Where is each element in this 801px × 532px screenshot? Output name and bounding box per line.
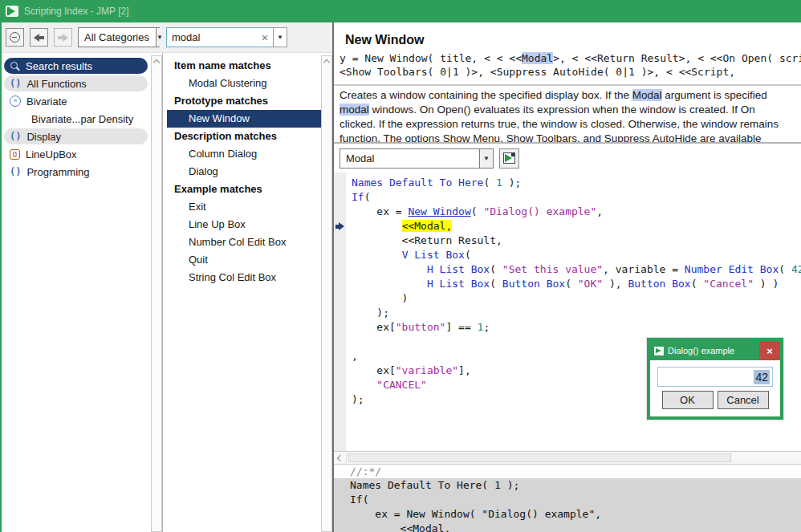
text-line: function. The options Show Menu, Show To… xyxy=(340,132,801,142)
match-item-quit[interactable]: Quit xyxy=(167,251,321,269)
match-item-modal-clustering[interactable]: Modal Clustering xyxy=(167,75,321,92)
code-line: <<Modal, xyxy=(350,522,801,532)
code-token: ); xyxy=(352,393,364,405)
selected-code-block: Names Default To Here( 1 );If( ex = New … xyxy=(334,478,801,532)
example-code-area: Names Default To Here( 1 );If( ex = New … xyxy=(334,173,801,451)
collapse-button[interactable] xyxy=(6,28,24,47)
run-script-icon xyxy=(503,152,515,164)
search-history-dropdown-icon[interactable]: ▼ xyxy=(274,27,287,47)
category-sidebar: Search results()All Functions«BivariateB… xyxy=(2,53,162,532)
clear-search-icon[interactable]: × xyxy=(257,30,273,44)
example-dialog-titlebar[interactable]: Dialog() example × xyxy=(650,341,780,360)
scroll-left-button[interactable] xyxy=(334,452,347,464)
example-toolbar: Modal ▼ xyxy=(334,144,801,173)
search-box: × ▼ xyxy=(166,27,287,47)
chevron-down-icon[interactable]: ▼ xyxy=(479,149,493,168)
code-token: "button" xyxy=(396,321,446,333)
sidebar-item-display[interactable]: ()Display xyxy=(2,128,151,145)
match-item-exit[interactable]: Exit xyxy=(167,198,321,216)
code-token: ), xyxy=(603,278,628,290)
prototype-text: y = New Window( title, < < <<Modal>, < <… xyxy=(334,51,801,79)
script-source-panel[interactable]: //:*/ Names Default To Here( 1 );If( ex … xyxy=(334,465,801,532)
search-field: × xyxy=(166,27,274,47)
lineupbox-icon: () xyxy=(10,149,20,160)
match-item-new-window[interactable]: New Window xyxy=(167,110,321,128)
code-token: ); xyxy=(502,177,521,189)
jmp-app-icon xyxy=(654,347,664,355)
code-token: , xyxy=(352,350,358,362)
sidebar-item-search-results[interactable]: Search results xyxy=(2,57,151,75)
window-body: All Categories ▼ × ▼ Search results()All… xyxy=(0,22,801,532)
sidebar-item-lineupbox[interactable]: ()LineUpBox xyxy=(2,145,151,163)
number-edit-value: 42 xyxy=(754,370,770,384)
match-item-number-col-edit-box[interactable]: Number Col Edit Box xyxy=(167,234,321,251)
sidebar-item-label: Search results xyxy=(26,60,92,72)
match-item-line-up-box[interactable]: Line Up Box xyxy=(167,216,321,234)
scroll-up-icon xyxy=(153,59,160,66)
search-input[interactable] xyxy=(167,31,257,43)
code-line: If( xyxy=(352,190,801,205)
example-dropdown[interactable]: Modal ▼ xyxy=(340,148,494,169)
sidebar-item-programming[interactable]: ()Programming xyxy=(2,163,151,181)
code-token: "Dialog() example" xyxy=(483,205,596,217)
match-group-header: Item name matches xyxy=(167,57,321,75)
code-line: H List Box( Button Box( "OK" ), Button B… xyxy=(352,277,801,291)
code-token: ex[ xyxy=(352,321,396,333)
code-token: "variable" xyxy=(396,364,458,376)
code-token xyxy=(352,220,402,232)
chevron-down-icon[interactable]: ▼ xyxy=(156,28,163,47)
back-button[interactable] xyxy=(30,28,48,47)
sidebar-item-all-functions[interactable]: ()All Functions xyxy=(2,75,151,92)
circle-minus-icon xyxy=(10,32,20,43)
code-line: ex = New Window( "Dialog() example", xyxy=(350,507,801,522)
parentheses-icon: () xyxy=(10,131,21,142)
code-token: H List Box xyxy=(427,263,490,275)
title-bar[interactable]: Scripting Index - JMP [2] xyxy=(0,0,801,22)
code-line: If( xyxy=(350,493,801,507)
code-token: ] == xyxy=(445,321,477,333)
close-icon[interactable]: × xyxy=(759,341,780,360)
code-line: ) xyxy=(352,291,801,306)
code-line: <<Modal, xyxy=(352,219,801,234)
detail-panel: New Window y = New Window( title, < < <<… xyxy=(334,22,801,532)
search-icon xyxy=(10,61,20,71)
sidebar-item-bivariate[interactable]: «Bivariate xyxy=(2,92,151,110)
example-dropdown-value: Modal xyxy=(340,149,479,168)
code-token: ( xyxy=(471,205,484,217)
run-script-button[interactable] xyxy=(499,148,519,169)
code-line: <<Return Result, xyxy=(352,234,801,248)
code-token: ); xyxy=(352,307,389,319)
matches-scrollbar[interactable] xyxy=(321,55,332,532)
category-dropdown[interactable]: All Categories ▼ xyxy=(78,27,160,47)
sidebar-scrollbar[interactable] xyxy=(151,55,162,532)
code-token xyxy=(352,379,376,391)
number-edit-field[interactable]: 42 xyxy=(657,367,773,387)
match-item-column-dialog[interactable]: Column Dialog xyxy=(167,145,321,163)
code-link[interactable]: New Window xyxy=(408,205,470,217)
ok-button[interactable]: OK xyxy=(662,391,714,409)
category-list: Search results()All Functions«BivariateB… xyxy=(2,55,151,532)
description-text: Creates a window containing the specifie… xyxy=(334,86,801,142)
code-line: Names Default To Here( 1 ); xyxy=(352,176,801,190)
forward-button[interactable] xyxy=(54,28,72,47)
horizontal-scrollbar[interactable] xyxy=(334,451,801,465)
sidebar-item-bivariate-par-density[interactable]: Bivariate...par Density xyxy=(2,110,151,128)
scrollbar-thumb[interactable] xyxy=(348,453,731,462)
match-item-string-col-edit-box[interactable]: String Col Edit Box xyxy=(167,269,321,286)
back-arrow-icon xyxy=(34,34,44,42)
code-token: ex = xyxy=(352,205,408,217)
code-line: ); xyxy=(352,306,801,320)
code-token: ( xyxy=(565,278,578,290)
current-line-marker-icon xyxy=(335,222,344,231)
sidebar-item-label: All Functions xyxy=(26,78,86,90)
match-item-dialog[interactable]: Dialog xyxy=(167,163,321,181)
code-token: ( xyxy=(490,263,502,275)
code-line: ex["button"] == 1; xyxy=(352,320,801,335)
cancel-button[interactable]: Cancel xyxy=(718,391,769,409)
code-token: 1 xyxy=(496,177,502,189)
category-dropdown-value: All Categories xyxy=(79,28,156,47)
matches-list: Item name matchesModal ClusteringPrototy… xyxy=(167,55,321,532)
code-token: ( xyxy=(490,278,502,290)
search-term-highlight: Modal xyxy=(632,89,662,101)
search-term-highlight: Modal xyxy=(522,52,553,64)
